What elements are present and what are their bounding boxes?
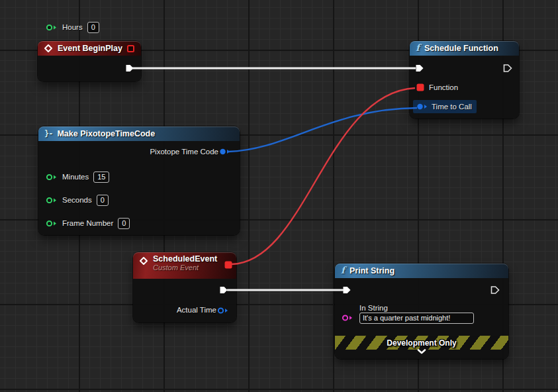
node-title: Schedule Function bbox=[424, 44, 498, 53]
function-f-icon: f bbox=[341, 266, 345, 275]
exec-in-pin[interactable] bbox=[342, 285, 352, 295]
exec-out-pin[interactable] bbox=[503, 64, 513, 74]
chevron-down-icon[interactable] bbox=[416, 348, 427, 355]
node-header: ScheduledEvent Custom Event bbox=[133, 252, 236, 279]
node-print-string[interactable]: f Print String In String Development Onl… bbox=[335, 264, 508, 359]
graph-canvas[interactable]: { "graph": { "background": "#262626", "g… bbox=[0, 0, 558, 392]
node-title: Event BeginPlay bbox=[58, 44, 122, 53]
in-string-value-input[interactable] bbox=[359, 313, 474, 324]
event-diamond-icon bbox=[44, 44, 53, 53]
exec-out-pin[interactable] bbox=[490, 285, 500, 295]
node-event-beginplay[interactable]: Event BeginPlay bbox=[38, 41, 141, 81]
node-scheduledevent[interactable]: ScheduledEvent Custom Event Actual Time bbox=[133, 252, 236, 322]
pin-label: In String bbox=[359, 304, 388, 312]
pin-label: Actual Time bbox=[177, 306, 216, 314]
exec-out-pin[interactable] bbox=[125, 64, 135, 74]
pin-row-frame-number: Frame Number bbox=[46, 217, 130, 230]
delegate-pin[interactable] bbox=[127, 45, 134, 52]
node-header: Event BeginPlay bbox=[38, 41, 141, 56]
pin-label: Function bbox=[429, 83, 458, 91]
pin-label: Frame Number bbox=[62, 219, 113, 227]
minutes-value-input[interactable] bbox=[93, 172, 109, 183]
node-header: f Schedule Function bbox=[410, 41, 519, 56]
development-only-banner: Development Only bbox=[335, 336, 508, 350]
exec-in-pin[interactable] bbox=[415, 64, 425, 74]
delegate-wire-scheduledevent-to-function[interactable] bbox=[232, 88, 415, 264]
node-header: }- Make PixotopeTimeCode bbox=[38, 126, 240, 141]
banner-label: Development Only bbox=[387, 338, 456, 348]
node-title: Print String bbox=[349, 266, 395, 275]
frame-number-value-input[interactable] bbox=[118, 218, 130, 229]
string-in-pin[interactable] bbox=[342, 315, 353, 322]
struct-out-pin-actual-time[interactable] bbox=[217, 307, 229, 315]
pin-label: Minutes bbox=[62, 173, 89, 181]
event-diamond-icon bbox=[139, 256, 148, 266]
pin-row-seconds: Seconds bbox=[46, 193, 109, 207]
node-title: Make PixotopeTimeCode bbox=[57, 129, 155, 138]
pin-label: Hours bbox=[62, 23, 83, 31]
struct-out-pin-pixotope-time-code[interactable] bbox=[219, 148, 231, 156]
pin-label: Pixotope Time Code bbox=[150, 148, 218, 156]
node-subtitle: Custom Event bbox=[153, 264, 217, 271]
struct-in-pin[interactable] bbox=[46, 220, 58, 227]
seconds-value-input[interactable] bbox=[97, 195, 109, 206]
pin-label: Seconds bbox=[62, 196, 92, 204]
hours-value-input[interactable] bbox=[87, 22, 99, 33]
struct-in-pin[interactable] bbox=[46, 173, 58, 181]
delegate-in-pin[interactable] bbox=[417, 84, 424, 91]
pin-label: Time to Call bbox=[432, 103, 472, 111]
struct-in-pin[interactable] bbox=[46, 197, 58, 204]
struct-wire-timecode-to-timetocall[interactable] bbox=[228, 108, 417, 152]
node-header: f Print String bbox=[335, 264, 508, 278]
pin-row-hours: Hours bbox=[46, 21, 99, 34]
pin-row-minutes: Minutes bbox=[46, 170, 109, 183]
function-f-icon: f bbox=[416, 43, 420, 52]
struct-in-pin[interactable] bbox=[46, 24, 58, 31]
delegate-out-pin[interactable] bbox=[225, 262, 232, 269]
node-make-pixotopetimecode[interactable]: }- Make PixotopeTimeCode Hours Minutes S… bbox=[38, 126, 240, 235]
struct-in-pin-time-to-call[interactable] bbox=[416, 103, 428, 111]
exec-out-pin[interactable] bbox=[219, 285, 229, 295]
node-title: ScheduledEvent bbox=[153, 254, 217, 264]
make-struct-icon: }- bbox=[44, 129, 52, 138]
node-schedule-function[interactable]: f Schedule Function Function Time to Cal… bbox=[410, 41, 519, 119]
